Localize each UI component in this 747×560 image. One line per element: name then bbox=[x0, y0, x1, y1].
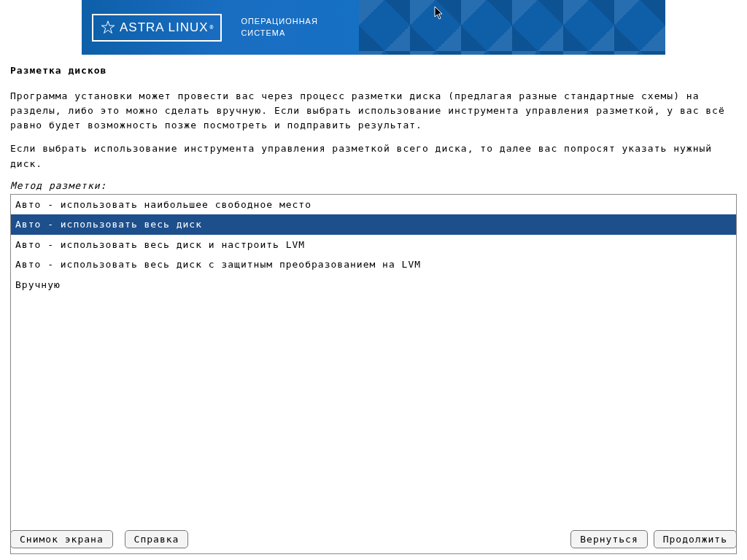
registered-mark: ® bbox=[210, 24, 214, 31]
continue-button[interactable]: Продолжить bbox=[654, 530, 737, 548]
back-button[interactable]: Вернуться bbox=[570, 530, 647, 548]
partition-method-option[interactable]: Авто - использовать весь диск bbox=[11, 214, 736, 235]
partition-method-option[interactable]: Авто - использовать весь диск и настроит… bbox=[11, 235, 736, 255]
banner-pattern bbox=[359, 0, 665, 55]
description-paragraph-2: Если выбрать использование инструмента у… bbox=[10, 141, 737, 171]
help-button[interactable]: Справка bbox=[125, 530, 189, 548]
svg-marker-0 bbox=[101, 20, 115, 33]
partition-method-listbox[interactable]: Авто - использовать наибольшее свободное… bbox=[10, 194, 737, 554]
page-title: Разметка дисков bbox=[10, 65, 737, 76]
subtitle-line1: ОПЕРАЦИОННАЯ bbox=[241, 16, 318, 27]
footer-bar: Снимок экрана Справка Вернуться Продолжи… bbox=[0, 518, 747, 560]
main-content: Разметка дисков Программа установки може… bbox=[0, 55, 747, 554]
subtitle-line2: СИСТЕМА bbox=[241, 28, 318, 39]
partition-method-option[interactable]: Авто - использовать наибольшее свободное… bbox=[11, 195, 736, 215]
header-banner: ASTRA LINUX ® ОПЕРАЦИОННАЯ СИСТЕМА bbox=[82, 0, 665, 55]
partition-method-option[interactable]: Авто - использовать весь диск с защитным… bbox=[11, 254, 736, 275]
astra-logo: ASTRA LINUX ® bbox=[92, 14, 222, 42]
screenshot-button[interactable]: Снимок экрана bbox=[10, 530, 113, 548]
description-paragraph-1: Программа установки может провести вас ч… bbox=[10, 89, 737, 133]
logo-text: ASTRA LINUX bbox=[120, 20, 209, 35]
partition-method-option[interactable]: Вручную bbox=[11, 275, 736, 295]
star-icon bbox=[101, 20, 115, 35]
method-label: Метод разметки: bbox=[10, 180, 737, 191]
banner-subtitle: ОПЕРАЦИОННАЯ СИСТЕМА bbox=[241, 16, 318, 39]
